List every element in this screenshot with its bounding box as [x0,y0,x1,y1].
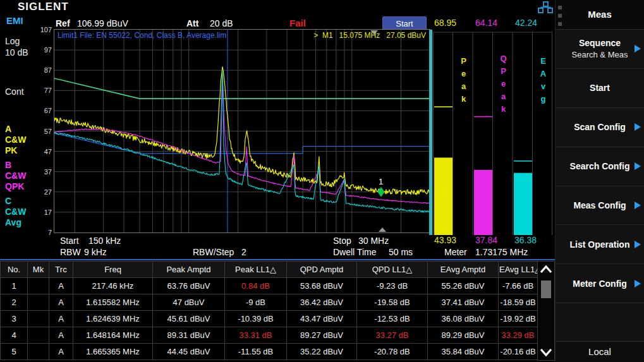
table-cell: -19.58 dB [357,294,428,311]
menu-item-sequence[interactable]: SequenceSearch & Meas [556,29,644,68]
column-header: Mk [28,262,49,278]
meter-panel: Peak QPeak EAvg [433,30,555,235]
dwell-time-value: 50 ms [389,247,413,257]
network-icon [538,1,553,13]
menu-item-scan-config[interactable]: Scan Config [556,107,644,147]
emi-analyzer-screen: SIGLENT EMI Ref 106.99 dBuV Att 20 dB Fa… [0,0,644,362]
y-tick-97: 97 [33,46,52,54]
table-cell: 217.46 kHz [73,278,153,294]
meter-eavg-max: 42.24 [515,18,537,28]
local-button[interactable]: Local [556,341,644,362]
y-tick-47: 47 [33,148,52,155]
table-cell: 2 [1,294,28,311]
marker-readout: > M1 15.075 MHz 27.05 dBuV [313,31,426,40]
table-cell: A [49,294,73,311]
table-row-2[interactable]: 2A1.615582 MHz47 dBuV-9 dB36.42 dBuV-19.… [1,294,538,311]
average-limit [54,78,430,99]
table-cell [28,311,49,327]
y-tick-87: 87 [33,66,52,74]
meter-peak-label: Peak [459,56,468,107]
column-header: No. [1,262,28,278]
table-cell: 1.665365 MHz [73,344,153,360]
table-cell: 55.26 dBuV [428,278,499,294]
quasi-peak-limit [54,133,430,154]
submenu-arrow-icon [635,45,641,52]
rbw-step-value: 2 [241,247,246,257]
table-cell: 89.27 dBuV [287,327,357,344]
table-cell: 5 [1,344,28,360]
table-cell [28,294,49,311]
table-cell: 43.47 dBuV [287,311,357,327]
table-header-row: No.MkTrcFreqPeak AmptdPeak LL1△QPD Amptd… [1,262,538,278]
table-scrollbar [537,261,555,361]
table-cell: 1 [1,278,28,294]
menu-item-meter-config[interactable]: Meter Config [556,263,644,303]
scroll-down-button[interactable] [538,344,554,359]
y-tick-17: 17 [33,208,52,216]
fail-badge: Fail [289,18,306,28]
table-cell: 4 [1,327,28,344]
meter-bars [433,30,555,238]
menu-item-start[interactable]: Start [556,68,644,107]
menu-item-meas-config[interactable]: Meas Config [556,186,644,225]
table-cell: A [49,278,73,294]
dwell-time-label: Dwell Time [333,247,376,257]
table-cell: 89.29 dBuV [428,327,499,344]
table-cell: 0.84 dB [225,278,287,294]
scroll-up-button[interactable] [538,262,554,277]
table-row-3[interactable]: 3A1.624639 MHz45.61 dBuV-10.39 dB43.47 d… [1,311,538,327]
trace-b-detector-label: QPK [5,181,24,192]
column-header: Peak Amptd [153,262,225,278]
table-cell: -20.78 dB [357,344,428,360]
table-cell: -7.66 dB [499,278,538,294]
results-table: No.MkTrcFreqPeak AmptdPeak LL1△QPD Amptd… [0,261,538,360]
table-cell: -20.16 dB [499,344,538,360]
table-row-4[interactable]: 4A1.648164 MHz89.31 dBuV33.31 dB89.27 dB… [1,327,538,344]
att-value: 20 dB [210,18,233,28]
table-cell: 63.76 dBuV [153,278,225,294]
menu-item-list-operation[interactable]: List Operation [556,224,644,263]
column-header: QPD Amptd [287,262,357,278]
trace-a-detector-label: PK [5,145,17,156]
table-row-1[interactable]: 1A217.46 kHz63.76 dBuV0.84 dB53.68 dBuV-… [1,278,538,294]
table-cell: 3 [1,311,28,327]
table-row-5[interactable]: 5A1.665365 MHz44.45 dBuV-11.55 dB35.22 d… [1,344,538,360]
trace-a-coupling-label: C&W [5,135,26,145]
mode-label: EMI [6,15,23,26]
y-tick-37: 37 [33,168,52,176]
table-cell: A [49,344,73,360]
menu-item-search-config[interactable]: Search Config [556,147,644,186]
scale-div-label: 10 dB [5,47,28,57]
table-cell: -11.55 dB [225,344,287,360]
table-cell: -18.59 dB [499,294,538,311]
menu-item-label: Start [590,83,610,93]
menu-item-label: List Operation [570,239,630,250]
y-tick-107: 107 [33,26,52,33]
table-cell: -10.39 dB [225,311,287,327]
table-cell: 1.624639 MHz [73,311,153,327]
table-cell: 33.29 dB [499,327,538,344]
column-header: EAvg LL1△ [499,262,538,278]
trace-a-id-label: A [5,124,11,135]
ref-label: Ref [56,18,70,28]
start-freq-value: 150 kHz [88,236,121,246]
rbw-label: RBW [60,247,81,257]
table-cell: 45.61 dBuV [153,311,225,327]
scrollbar-thumb[interactable] [541,281,551,298]
table-cell [28,278,49,294]
table-cell: 47 dBuV [153,294,225,311]
softkey-menu: Meas SequenceSearch & MeasStartScan Conf… [555,0,644,362]
chart-plot[interactable]: 1 Limit1 File: EN 55022, Cond, Class B, … [54,29,430,233]
trace-b-coupling-label: C&W [5,171,26,181]
meter-qpeak-max: 64.14 [475,18,497,28]
table-cell: -9 dB [225,294,287,311]
marker-1-diamond [377,187,384,197]
table-cell: 1.615582 MHz [73,294,153,311]
bottom-indicator [379,227,386,232]
meter-qpeak-value: 37.84 [475,235,497,245]
y-tick-27: 27 [33,188,52,196]
table-cell: 33.31 dB [225,327,287,344]
submenu-arrow-icon [635,162,641,170]
table-cell [28,327,49,344]
column-header: Freq [73,262,153,278]
